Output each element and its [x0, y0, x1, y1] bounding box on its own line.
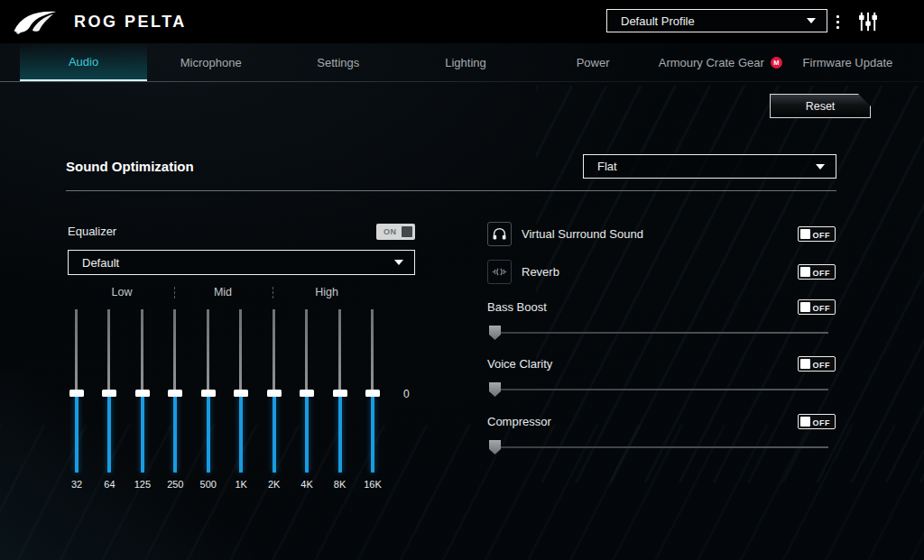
eq-track-upper[interactable]: [273, 309, 275, 390]
eq-band-500: 500: [195, 309, 222, 499]
slider-track[interactable]: [489, 332, 828, 334]
eq-slider-handle[interactable]: [102, 390, 116, 397]
effect-row-bass-boost: Bass BoostOFF: [487, 300, 836, 347]
eq-track-upper[interactable]: [207, 309, 209, 390]
kebab-menu-icon[interactable]: [828, 12, 846, 32]
profile-dropdown[interactable]: Default Profile: [606, 9, 827, 32]
slider-knob[interactable]: [489, 440, 501, 454]
eq-track-lower[interactable]: [207, 397, 210, 473]
effect-label: Virtual Surround Sound: [522, 222, 643, 246]
eq-track-lower[interactable]: [338, 397, 342, 473]
eq-track-lower[interactable]: [141, 397, 144, 473]
compressor-toggle[interactable]: OFF: [798, 414, 836, 429]
effect-row-virtual-surround-sound: Virtual Surround SoundOFF: [487, 222, 836, 247]
tabbar-divider: [0, 81, 924, 82]
eq-slider-handle[interactable]: [69, 390, 84, 397]
eq-group-low: Low: [93, 286, 151, 298]
virtual-surround-sound-toggle[interactable]: OFF: [798, 226, 836, 242]
eq-slider-handle[interactable]: [365, 390, 380, 397]
eq-track-upper[interactable]: [305, 309, 308, 390]
slider-track[interactable]: [489, 389, 828, 390]
tab-power[interactable]: Power: [530, 43, 657, 81]
section-divider: [66, 190, 836, 191]
headphones-icon: [487, 222, 512, 246]
sound-optimization-dropdown[interactable]: Flat: [583, 154, 836, 179]
eq-track-upper[interactable]: [107, 309, 110, 390]
slider-knob[interactable]: [489, 382, 501, 397]
eq-slider-handle[interactable]: [201, 390, 216, 397]
eq-band-1k: 1K: [227, 309, 254, 499]
eq-band-label: 32: [63, 479, 90, 490]
tab-microphone[interactable]: Microphone: [147, 43, 274, 81]
eq-slider-handle[interactable]: [234, 390, 248, 397]
tab-label: Lighting: [445, 56, 486, 69]
eq-slider-handle[interactable]: [300, 390, 314, 397]
voice-clarity-toggle[interactable]: OFF: [798, 356, 836, 372]
eq-group-separator: [273, 287, 273, 298]
eq-track-upper[interactable]: [173, 309, 176, 390]
eq-track-lower[interactable]: [371, 397, 374, 473]
bass-boost-toggle[interactable]: OFF: [798, 299, 836, 315]
toggle-state-label: OFF: [813, 231, 831, 240]
equalizer-toggle[interactable]: ON: [376, 224, 415, 240]
toggle-knob: [800, 302, 810, 312]
tab-label: Settings: [317, 56, 359, 69]
eq-track-lower[interactable]: [305, 397, 309, 473]
eq-track-upper[interactable]: [338, 309, 341, 390]
equalizer-label: Equalizer: [68, 225, 116, 238]
chevron-down-icon: [394, 260, 403, 265]
toggle-knob: [800, 417, 810, 427]
eq-track-lower[interactable]: [239, 397, 243, 473]
eq-slider-handle[interactable]: [135, 390, 150, 397]
equalizer-preset-dropdown[interactable]: Default: [68, 250, 415, 275]
toggle-state-label: OFF: [813, 304, 831, 313]
effect-label: Compressor: [487, 415, 551, 428]
sound-optimization-value: Flat: [597, 160, 617, 173]
eq-slider-handle[interactable]: [168, 390, 182, 397]
eq-band-label: 250: [162, 479, 189, 490]
rog-logo-icon: [13, 6, 58, 37]
slider-track[interactable]: [489, 446, 828, 448]
eq-gain-value: 0: [403, 388, 410, 400]
eq-band-label: 125: [129, 479, 156, 490]
tab-bar: AudioMicrophoneSettingsLightingPowerArmo…: [20, 43, 911, 81]
eq-track-lower[interactable]: [75, 397, 79, 473]
eq-track-upper[interactable]: [371, 309, 374, 390]
chevron-down-icon: [816, 164, 825, 170]
toggle-knob: [402, 226, 412, 237]
reverb-toggle[interactable]: OFF: [798, 264, 836, 280]
eq-track-upper[interactable]: [141, 309, 143, 390]
eq-track-upper[interactable]: [239, 309, 242, 390]
slider-knob[interactable]: [489, 326, 501, 340]
compressor-slider[interactable]: [489, 440, 828, 456]
effect-label: Bass Boost: [487, 300, 547, 314]
eq-slider-handle[interactable]: [333, 390, 347, 397]
eq-track-lower[interactable]: [107, 397, 111, 473]
eq-band-label: 500: [195, 479, 222, 490]
voice-clarity-slider[interactable]: [489, 382, 828, 399]
tab-settings[interactable]: Settings: [274, 43, 402, 81]
tab-audio[interactable]: Audio: [20, 43, 147, 81]
eq-slider-handle[interactable]: [267, 390, 282, 397]
eq-track-lower[interactable]: [273, 397, 276, 473]
effect-row-compressor: CompressorOFF: [487, 415, 836, 462]
effect-row-voice-clarity: Voice ClarityOFF: [487, 357, 836, 404]
eq-band-label: 1K: [227, 479, 254, 490]
tab-firmware-update[interactable]: Firmware Update: [784, 43, 911, 81]
toggle-state-label: OFF: [813, 361, 831, 370]
reset-button[interactable]: Reset: [770, 94, 871, 118]
effect-label: Voice Clarity: [487, 357, 552, 371]
toggle-knob: [800, 229, 810, 239]
toggle-state-label: OFF: [813, 269, 831, 278]
tab-armoury-crate-gear[interactable]: Armoury Crate GearM: [657, 43, 784, 81]
tab-label: Audio: [69, 55, 98, 69]
bass-boost-slider[interactable]: [489, 326, 828, 342]
eq-band-16k: 16K: [359, 309, 386, 499]
eq-track-lower[interactable]: [173, 397, 177, 473]
tab-label: Firmware Update: [803, 56, 893, 69]
eq-track-upper[interactable]: [75, 309, 78, 390]
armoury-crate-window: ROG PELTA Default Profile AudioMicrophon…: [0, 0, 924, 560]
tab-lighting[interactable]: Lighting: [402, 43, 529, 81]
mixer-icon[interactable]: [857, 11, 879, 32]
eq-band-4k: 4K: [293, 309, 320, 499]
